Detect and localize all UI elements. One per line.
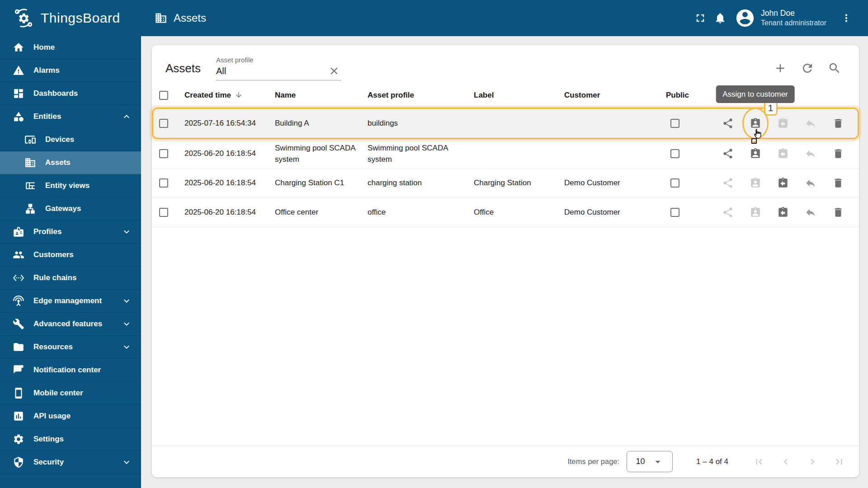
sidebar-item-mobile-center[interactable]: Mobile center xyxy=(0,382,141,405)
public-checkbox[interactable] xyxy=(670,149,679,158)
assign-to-customer-button[interactable] xyxy=(741,139,769,168)
sidebar-item-label: Customers xyxy=(33,250,74,259)
sidebar: HomeAlarmsDashboardsEntitiesDevicesAsset… xyxy=(0,36,141,488)
page-size-select[interactable]: 10 xyxy=(627,451,673,472)
chevron-down-icon xyxy=(121,226,132,237)
sidebar-item-devices[interactable]: Devices xyxy=(0,128,141,151)
first-page-button xyxy=(750,453,768,471)
sidebar-item-gateways[interactable]: Gateways xyxy=(0,197,141,221)
sidebar-item-notification-center[interactable]: Notification center xyxy=(0,359,141,382)
column-header-label[interactable]: Label xyxy=(474,91,564,100)
row-checkbox[interactable] xyxy=(159,208,168,217)
unassign-from-customer-button[interactable] xyxy=(769,169,797,197)
make-public-button[interactable] xyxy=(714,139,741,168)
sidebar-item-settings[interactable]: Settings xyxy=(0,428,141,451)
sidebar-item-customers[interactable]: Customers xyxy=(0,244,141,267)
row-checkbox[interactable] xyxy=(159,119,168,128)
user-role: Tenant administrator xyxy=(761,19,826,28)
sidebar-item-rule-chains[interactable]: Rule chains xyxy=(0,267,141,290)
sidebar-item-api-usage[interactable]: API usage xyxy=(0,405,141,428)
sidebar-item-advanced-features[interactable]: Advanced features xyxy=(0,313,141,336)
make-private-icon xyxy=(805,206,816,218)
pager-arrows xyxy=(750,453,848,471)
main-content: Assets Asset profile All Created xyxy=(141,36,868,488)
thingsboard-logo-icon xyxy=(12,6,35,30)
column-header-customer[interactable]: Customer xyxy=(564,91,666,100)
sidebar-item-profiles[interactable]: Profiles xyxy=(0,221,141,244)
table-row[interactable]: 2025-06-20 16:18:54Swimming pool SCADA s… xyxy=(152,139,859,169)
unassign-from-customer-button[interactable] xyxy=(769,198,797,227)
make-public-button xyxy=(714,169,741,197)
clear-filter-icon[interactable] xyxy=(328,65,340,77)
search-icon xyxy=(828,61,841,75)
notifications-button[interactable] xyxy=(710,8,730,28)
sidebar-item-entity-views[interactable]: Entity views xyxy=(0,174,141,197)
refresh-button[interactable] xyxy=(797,58,817,78)
sidebar-item-home[interactable]: Home xyxy=(0,36,141,59)
sidebar-item-entities[interactable]: Entities xyxy=(0,105,141,128)
column-header-asset-profile[interactable]: Asset profile xyxy=(368,91,474,100)
unassign-from-customer-icon xyxy=(777,206,789,218)
app-logo[interactable]: ThingsBoard xyxy=(0,6,141,30)
table-row[interactable]: 2025-06-20 16:18:54Charging Station C1ch… xyxy=(152,169,859,198)
select-all-checkbox[interactable] xyxy=(159,91,168,100)
table-row[interactable]: 2025-06-20 16:18:54Office centerofficeOf… xyxy=(152,198,859,227)
last-page-button xyxy=(830,453,848,471)
more-menu-button[interactable] xyxy=(836,8,856,28)
chevron-down-icon xyxy=(121,457,132,468)
sidebar-item-alarms[interactable]: Alarms xyxy=(0,59,141,82)
asset-profile-cell: buildings xyxy=(368,117,474,129)
make-private-button[interactable] xyxy=(797,169,824,197)
sidebar-item-label: Entity views xyxy=(45,181,90,190)
make-private-icon xyxy=(805,117,816,129)
sidebar-item-assets[interactable]: Assets xyxy=(0,151,141,174)
table-row[interactable]: 2025-07-16 16:54:34Building Abuildings1A… xyxy=(152,108,859,139)
items-per-page-label: Items per page: xyxy=(567,457,619,466)
delete-button[interactable] xyxy=(824,139,852,168)
bell-icon xyxy=(714,12,726,24)
row-checkbox[interactable] xyxy=(159,149,168,158)
assets-card: Assets Asset profile All Created xyxy=(152,45,859,477)
created-time-cell: 2025-07-16 16:54:34 xyxy=(184,117,275,129)
assets-page-icon xyxy=(155,12,167,24)
account-circle-icon xyxy=(735,8,755,28)
column-header-public[interactable]: Public xyxy=(666,91,711,100)
asset-profile-cell: office xyxy=(368,206,474,218)
created-time-cell: 2025-06-20 16:18:54 xyxy=(184,177,275,189)
user-info[interactable]: John Doe Tenant administrator xyxy=(761,8,826,28)
first-page-icon xyxy=(753,456,765,468)
table-body: 2025-07-16 16:54:34Building Abuildings1A… xyxy=(152,108,859,227)
delete-button[interactable] xyxy=(824,198,852,227)
dropdown-arrow-icon xyxy=(652,456,664,468)
sidebar-item-edge-management[interactable]: Edge management xyxy=(0,290,141,313)
column-header-created-time[interactable]: Created time xyxy=(184,91,275,100)
close-icon[interactable] xyxy=(328,65,340,77)
asset-profile-filter[interactable]: Asset profile All xyxy=(216,56,341,80)
sidebar-item-security[interactable]: Security xyxy=(0,451,141,474)
add-asset-button[interactable] xyxy=(770,58,790,78)
make-public-button xyxy=(714,198,741,227)
make-public-button[interactable] xyxy=(714,109,741,138)
assign-to-customer-button[interactable]: 1Assign to customer xyxy=(741,109,769,138)
gateways-icon xyxy=(24,203,36,215)
created-time-cell: 2025-06-20 16:18:54 xyxy=(184,206,275,218)
chevron-down-icon xyxy=(121,319,132,329)
column-header-name[interactable]: Name xyxy=(275,91,368,100)
avatar[interactable] xyxy=(735,8,755,28)
fullscreen-button[interactable] xyxy=(690,8,710,28)
paginator: Items per page: 10 1 – 4 of 4 xyxy=(152,446,859,477)
delete-button[interactable] xyxy=(824,109,852,138)
next-page-button xyxy=(803,453,821,471)
make-private-button[interactable] xyxy=(797,198,824,227)
public-checkbox[interactable] xyxy=(670,178,679,188)
asset-profile-cell: charging station xyxy=(368,177,474,189)
public-checkbox[interactable] xyxy=(670,119,679,128)
name-cell: Office center xyxy=(275,206,368,218)
trash-icon xyxy=(832,117,844,129)
delete-button[interactable] xyxy=(824,169,852,197)
sidebar-item-dashboards[interactable]: Dashboards xyxy=(0,82,141,105)
search-button[interactable] xyxy=(825,58,844,78)
row-checkbox[interactable] xyxy=(159,178,168,188)
public-checkbox[interactable] xyxy=(670,208,679,217)
sidebar-item-resources[interactable]: Resources xyxy=(0,336,141,359)
